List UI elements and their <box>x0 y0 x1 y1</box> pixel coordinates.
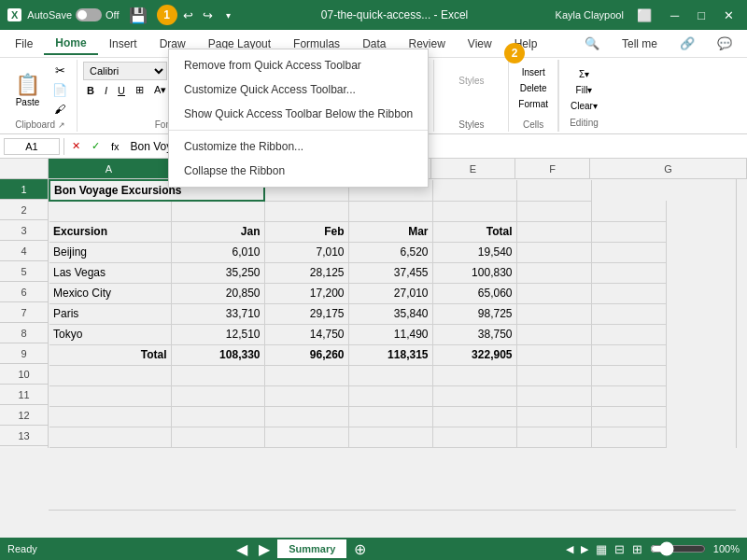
add-sheet-btn[interactable]: ◀ <box>233 540 251 558</box>
callout-1[interactable]: 1 <box>157 5 177 25</box>
row-header-10[interactable]: 10 <box>0 364 48 385</box>
tab-home[interactable]: Home <box>44 33 97 55</box>
minimize-btn[interactable]: ─ <box>665 7 684 24</box>
qat-arrow[interactable]: ▾ <box>222 8 234 22</box>
cell-d8[interactable]: 11,490 <box>348 324 432 344</box>
cell-b5[interactable]: 35,250 <box>171 262 264 283</box>
dropdown-item-remove[interactable]: Remove from Quick Access Toolbar <box>169 53 428 77</box>
cell-b6[interactable]: 20,850 <box>171 283 264 303</box>
scroll-right-icon[interactable]: ▶ <box>581 543 588 555</box>
cell-a2[interactable] <box>49 201 171 221</box>
vertical-scrollbar[interactable] <box>736 179 747 448</box>
cell-a10[interactable] <box>49 365 171 385</box>
cell-f1[interactable] <box>516 180 591 201</box>
cell-a7[interactable]: Paris <box>49 303 171 324</box>
cell-f2[interactable] <box>516 201 591 221</box>
tab-view[interactable]: View <box>457 34 503 54</box>
cell-f7[interactable] <box>516 303 591 324</box>
cell-g8[interactable] <box>591 324 666 344</box>
row-header-7[interactable]: 7 <box>0 302 48 323</box>
delete-cells-btn[interactable]: Delete <box>516 81 551 95</box>
cell-f3[interactable] <box>516 221 591 242</box>
col-header-f[interactable]: F <box>515 159 590 178</box>
cut-btn[interactable]: ✂ <box>49 62 71 79</box>
format-painter-btn[interactable]: 🖌 <box>49 101 71 118</box>
italic-btn[interactable]: I <box>101 83 111 98</box>
insert-function-btn[interactable]: fx <box>107 138 123 154</box>
tab-file[interactable]: File <box>4 34 44 54</box>
horizontal-scrollbar[interactable] <box>49 510 736 521</box>
cell-b3[interactable]: Jan <box>171 221 264 242</box>
row-header-3[interactable]: 3 <box>0 220 48 241</box>
row-header-4[interactable]: 4 <box>0 241 48 261</box>
cell-e2[interactable] <box>432 201 516 221</box>
cell-reference-input[interactable] <box>4 138 60 155</box>
select-all-btn[interactable] <box>0 159 49 178</box>
cell-d2[interactable] <box>348 201 432 221</box>
page-break-view-btn[interactable]: ⊞ <box>632 542 642 556</box>
insert-cells-btn[interactable]: Insert <box>518 65 549 79</box>
cell-f4[interactable] <box>516 242 591 262</box>
cell-b4[interactable]: 6,010 <box>171 242 264 262</box>
underline-btn[interactable]: U <box>114 83 129 98</box>
clear-btn[interactable]: Clear▾ <box>567 99 601 113</box>
cell-c9[interactable]: 96,260 <box>264 344 348 365</box>
normal-view-btn[interactable]: ▦ <box>596 542 607 556</box>
cell-c8[interactable]: 14,750 <box>264 324 348 344</box>
zoom-slider[interactable] <box>650 541 706 556</box>
dropdown-item-collapse[interactable]: Collapse the Ribbon <box>169 159 428 183</box>
cell-g9[interactable] <box>591 344 666 365</box>
cell-g7[interactable] <box>591 303 666 324</box>
cell-g3[interactable] <box>591 221 666 242</box>
col-header-g[interactable]: G <box>590 159 747 178</box>
col-header-a[interactable]: A <box>49 159 170 178</box>
row-header-5[interactable]: 5 <box>0 261 48 282</box>
cell-f8[interactable] <box>516 324 591 344</box>
cell-c3[interactable]: Feb <box>264 221 348 242</box>
cell-e4[interactable]: 19,540 <box>432 242 516 262</box>
cell-a3[interactable]: Excursion <box>49 221 171 242</box>
dropdown-item-show-below[interactable]: Show Quick Access Toolbar Below the Ribb… <box>169 102 428 126</box>
tell-me[interactable]: Tell me <box>611 34 669 54</box>
cell-g4[interactable] <box>591 242 666 262</box>
dropdown-item-customize-qat[interactable]: Customize Quick Access Toolbar... <box>169 77 428 102</box>
cell-f9[interactable] <box>516 344 591 365</box>
cell-e8[interactable]: 38,750 <box>432 324 516 344</box>
cell-d9[interactable]: 118,315 <box>348 344 432 365</box>
autosave-toggle-icon[interactable] <box>76 8 102 21</box>
scroll-right-btn[interactable]: ▶ <box>255 540 274 558</box>
row-header-11[interactable]: 11 <box>0 385 48 405</box>
cell-f6[interactable] <box>516 283 591 303</box>
search-btn[interactable]: 🔍 <box>573 33 611 54</box>
sheet-tab-summary[interactable]: Summary <box>277 539 346 558</box>
tab-insert[interactable]: Insert <box>98 34 148 54</box>
cell-g2[interactable] <box>591 201 666 221</box>
copy-btn[interactable]: 📄 <box>49 81 71 99</box>
fill-btn[interactable]: Fill▾ <box>572 83 597 97</box>
cell-a9[interactable]: Total <box>49 344 171 365</box>
cell-c2[interactable] <box>264 201 348 221</box>
undo-btn[interactable]: ↩ <box>179 5 197 25</box>
cell-g5[interactable] <box>591 262 666 283</box>
cell-e7[interactable]: 98,725 <box>432 303 516 324</box>
save-icon[interactable]: 💾 <box>125 5 151 26</box>
cancel-formula-btn[interactable]: ✕ <box>68 138 84 154</box>
row-header-12[interactable]: 12 <box>0 405 48 426</box>
cell-b8[interactable]: 12,510 <box>171 324 264 344</box>
cell-d5[interactable]: 37,455 <box>348 262 432 283</box>
dropdown-item-customize-ribbon[interactable]: Customize the Ribbon... <box>169 134 428 159</box>
page-layout-view-btn[interactable]: ⊟ <box>614 542 625 556</box>
maximize-btn[interactable]: □ <box>692 7 711 24</box>
redo-btn[interactable]: ↪ <box>199 5 217 25</box>
cell-d4[interactable]: 6,520 <box>348 242 432 262</box>
bold-btn[interactable]: B <box>83 83 98 98</box>
cell-a8[interactable]: Tokyo <box>49 324 171 344</box>
row-header-13[interactable]: 13 <box>0 426 48 446</box>
cell-c4[interactable]: 7,010 <box>264 242 348 262</box>
autosum-btn[interactable]: Σ▾ <box>575 67 593 81</box>
row-header-8[interactable]: 8 <box>0 323 48 343</box>
cell-f5[interactable] <box>516 262 591 283</box>
cell-d6[interactable]: 27,010 <box>348 283 432 303</box>
cell-a6[interactable]: Mexico City <box>49 283 171 303</box>
row-header-2[interactable]: 2 <box>0 200 48 220</box>
